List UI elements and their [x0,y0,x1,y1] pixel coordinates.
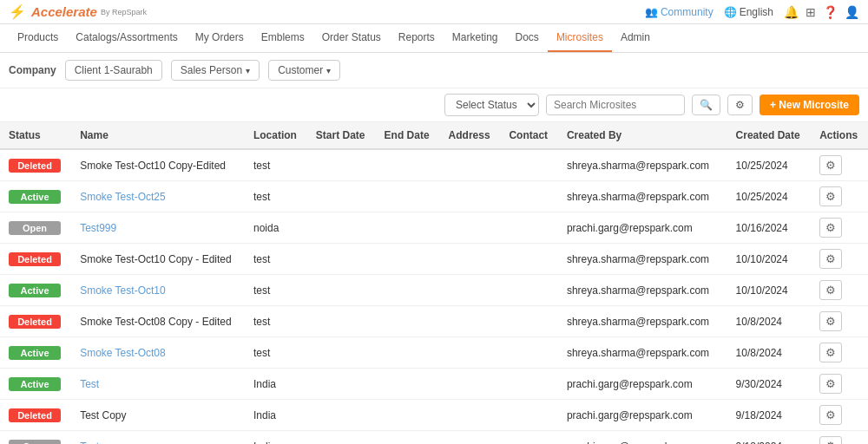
nav-my-orders[interactable]: My Orders [187,24,253,52]
col-start-date: Start Date [307,122,376,149]
search-input[interactable] [546,95,685,115]
microsite-name-link[interactable]: Smoke Test-Oct10 [80,284,165,297]
microsite-name: Smoke Test-Oct10 Copy - Edited [80,253,232,265]
cell-name[interactable]: Test [71,431,245,445]
user-icon[interactable]: 👤 [845,5,859,19]
status-badge: Active [9,190,61,204]
status-select[interactable]: Select Status Active Deleted Open [444,94,539,116]
cell-actions[interactable]: ⚙ [811,400,868,431]
nav-microsites[interactable]: Microsites [548,24,612,52]
microsite-name-link[interactable]: Test999 [80,222,116,234]
cell-contact [500,337,557,369]
cell-created-date: 10/25/2024 [727,149,812,181]
cell-end-date [376,369,440,400]
app-logo: ⚡ Accelerate By RepSpark [9,3,147,20]
cell-location: India [245,400,307,431]
cell-address [440,337,501,369]
top-bar: ⚡ Accelerate By RepSpark 👥 Community 🌐 E… [0,0,868,24]
customer-filter[interactable]: Customer ▾ [268,60,340,81]
cell-created-date: 9/18/2024 [727,400,812,431]
cell-name[interactable]: Smoke Test-Oct25 [71,181,245,212]
actions-gear-button[interactable]: ⚙ [819,155,842,175]
cell-actions[interactable]: ⚙ [811,149,868,181]
cell-name: Smoke Test-Oct10 Copy - Edited [71,244,245,275]
help-icon[interactable]: ❓ [823,5,838,19]
lightning-icon: ⚡ [9,3,26,20]
nav-admin[interactable]: Admin [612,24,659,52]
cell-actions[interactable]: ⚙ [811,244,868,275]
grid-icon[interactable]: ⊞ [806,5,816,19]
cell-start-date [307,149,376,181]
community-link[interactable]: 👥 Community [645,6,713,18]
microsite-name-link[interactable]: Smoke Test-Oct08 [80,347,165,359]
cell-name[interactable]: Test [71,369,245,400]
sales-person-filter[interactable]: Sales Person ▾ [171,60,260,81]
cell-contact [500,400,557,431]
cell-name[interactable]: Smoke Test-Oct10 [71,275,245,306]
cell-actions[interactable]: ⚙ [811,306,868,337]
actions-gear-button[interactable]: ⚙ [819,374,842,394]
cell-status: Open [0,431,71,445]
search-button[interactable]: 🔍 [692,95,720,115]
nav-marketing[interactable]: Marketing [444,24,507,52]
microsite-name-link[interactable]: Test [80,441,99,445]
cell-contact [500,369,557,400]
nav-emblems[interactable]: Emblems [253,24,313,52]
actions-gear-button[interactable]: ⚙ [819,218,842,238]
cell-address [440,306,501,337]
language-selector[interactable]: 🌐 English [724,6,773,18]
actions-gear-button[interactable]: ⚙ [819,280,842,300]
cell-contact [500,244,557,275]
cell-start-date [307,369,376,400]
cell-actions[interactable]: ⚙ [811,212,868,244]
actions-gear-button[interactable]: ⚙ [819,436,842,444]
col-created-by: Created By [558,122,727,149]
microsite-name: Smoke Test-Oct08 Copy - Edited [80,316,232,328]
nav-products[interactable]: Products [9,24,67,52]
microsite-name-link[interactable]: Smoke Test-Oct25 [80,191,165,203]
cell-address [440,431,501,445]
filter-button[interactable]: ⚙ [727,95,753,115]
cell-status: Deleted [0,149,71,181]
cell-actions[interactable]: ⚙ [811,431,868,445]
cell-name[interactable]: Test999 [71,212,245,244]
cell-created-by: prachi.garg@repspark.com [558,431,727,445]
cell-start-date [307,244,376,275]
cell-address [440,275,501,306]
actions-gear-button[interactable]: ⚙ [819,343,842,362]
nav-reports[interactable]: Reports [390,24,444,52]
cell-actions[interactable]: ⚙ [811,275,868,306]
new-microsite-button[interactable]: + New Microsite [760,95,859,115]
actions-gear-button[interactable]: ⚙ [819,405,842,425]
cell-actions[interactable]: ⚙ [811,181,868,212]
cell-created-date: 9/18/2024 [727,431,812,445]
cell-address [440,149,501,181]
cell-actions[interactable]: ⚙ [811,337,868,369]
status-badge: Deleted [9,159,61,173]
cell-start-date [307,212,376,244]
nav-order-status[interactable]: Order Status [313,24,390,52]
status-badge: Deleted [9,252,61,266]
cell-name[interactable]: Smoke Test-Oct08 [71,337,245,369]
col-location: Location [245,122,307,149]
actions-gear-button[interactable]: ⚙ [819,311,842,331]
chevron-down-icon: ▾ [246,66,250,75]
customer-label: Customer [278,64,323,76]
cell-end-date [376,400,440,431]
actions-gear-button[interactable]: ⚙ [819,249,842,269]
status-badge: Active [9,284,61,297]
notification-icon[interactable]: 🔔 [784,5,799,19]
cell-address [440,181,501,212]
nav-docs[interactable]: Docs [507,24,548,52]
table-row: Deleted Test Copy India prachi.garg@reps… [0,400,868,431]
table-row: Deleted Smoke Test-Oct10 Copy - Edited t… [0,244,868,275]
status-badge: Open [9,221,61,235]
company-filter[interactable]: Client 1-Saurabh [65,60,162,81]
cell-actions[interactable]: ⚙ [811,369,868,400]
nav-catalogs[interactable]: Catalogs/Assortments [67,24,186,52]
cell-name: Test Copy [71,400,245,431]
cell-start-date [307,275,376,306]
microsite-name-link[interactable]: Test [80,378,99,390]
actions-gear-button[interactable]: ⚙ [819,186,842,206]
cell-created-date: 10/16/2024 [727,212,812,244]
